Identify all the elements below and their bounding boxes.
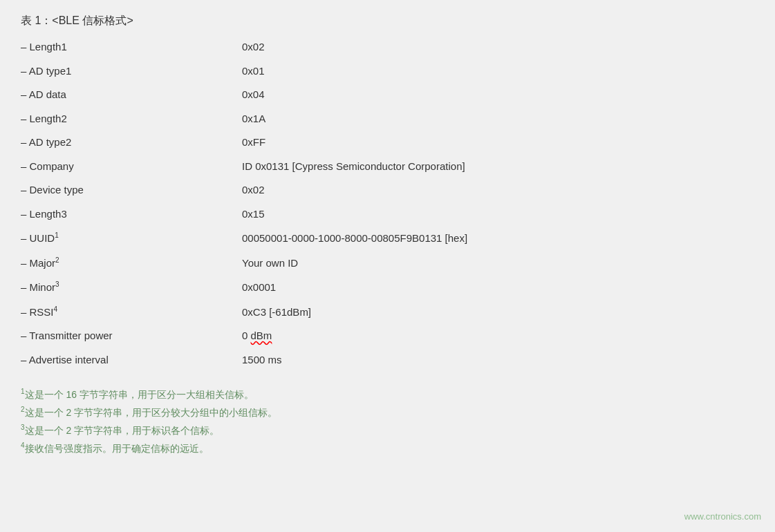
row-label: – Device type	[21, 182, 242, 198]
row-label: – Length1	[21, 39, 242, 55]
watermark: www.cntronics.com	[684, 511, 761, 522]
row-value: 0x1A	[242, 111, 265, 127]
row-label: – UUID1	[21, 230, 242, 247]
row-value: 0xFF	[242, 135, 265, 151]
table-row: – Transmitter power0 dBm	[21, 324, 754, 348]
row-value: 0x02	[242, 39, 265, 55]
row-value: Your own ID	[242, 256, 298, 272]
row-label: – Company	[21, 159, 242, 175]
row-value: 0x0001	[242, 280, 276, 296]
footnote-item: 4接收信号强度指示。用于确定信标的远近。	[21, 439, 754, 457]
footnote-item: 2这是一个 2 字节字符串，用于区分较大分组中的小组信标。	[21, 403, 754, 421]
row-label: – AD type1	[21, 64, 242, 79]
row-label: – Advertise interval	[21, 352, 242, 368]
footnotes-section: 1这是一个 16 字节字符串，用于区分一大组相关信标。2这是一个 2 字节字符串…	[21, 386, 754, 457]
footnote-text: 接收信号强度指示。用于确定信标的远近。	[25, 442, 209, 453]
row-label: – Major2	[21, 255, 242, 272]
row-value: 0x01	[242, 64, 265, 79]
row-label: – Minor3	[21, 279, 242, 296]
row-value: 0x15	[242, 207, 265, 222]
row-value: 0 dBm	[242, 328, 272, 344]
row-label: – RSSI4	[21, 304, 242, 321]
table-row: – AD type10x01	[21, 59, 754, 84]
table-row: – Length30x15	[21, 202, 754, 227]
row-label: – Transmitter power	[21, 328, 242, 344]
footnote-item: 3这是一个 2 字节字符串，用于标识各个信标。	[21, 421, 754, 439]
table-row: – Minor30x0001	[21, 275, 754, 300]
table-row: – RSSI40xC3 [-61dBm]	[21, 300, 754, 325]
footnote-text: 这是一个 2 字节字符串，用于标识各个信标。	[25, 424, 220, 435]
ble-table: 表 1：<BLE 信标格式> – Length10x02– AD type10x…	[21, 14, 754, 372]
row-value: 00050001-0000-1000-8000-00805F9B0131 [he…	[242, 231, 467, 247]
row-label: – Length2	[21, 111, 242, 127]
row-value: 0x02	[242, 182, 265, 198]
row-label: – Length3	[21, 207, 242, 222]
footnote-text: 这是一个 2 字节字符串，用于区分较大分组中的小组信标。	[25, 407, 278, 418]
table-row: – AD type20xFF	[21, 131, 754, 155]
table-row: – CompanyID 0x0131 [Cypress Semiconducto…	[21, 155, 754, 179]
row-value: 0xC3 [-61dBm]	[242, 305, 311, 321]
row-value: ID 0x0131 [Cypress Semiconductor Corpora…	[242, 159, 465, 175]
table-row: – Length10x02	[21, 35, 754, 59]
row-value: 0x04	[242, 87, 265, 103]
table-row: – Advertise interval1500 ms	[21, 348, 754, 372]
row-label: – AD data	[21, 87, 242, 103]
table-row: – Major2Your own ID	[21, 251, 754, 276]
footnote-text: 这是一个 16 字节字符串，用于区分一大组相关信标。	[25, 389, 254, 400]
table-row: – UUID100050001-0000-1000-8000-00805F9B0…	[21, 226, 754, 251]
table-row: – Device type0x02	[21, 178, 754, 202]
table-row: – Length20x1A	[21, 107, 754, 131]
table-row: – AD data0x04	[21, 83, 754, 107]
footnote-item: 1这是一个 16 字节字符串，用于区分一大组相关信标。	[21, 386, 754, 403]
row-label: – AD type2	[21, 135, 242, 151]
table-title: 表 1：<BLE 信标格式>	[21, 14, 754, 28]
row-value: 1500 ms	[242, 352, 282, 368]
